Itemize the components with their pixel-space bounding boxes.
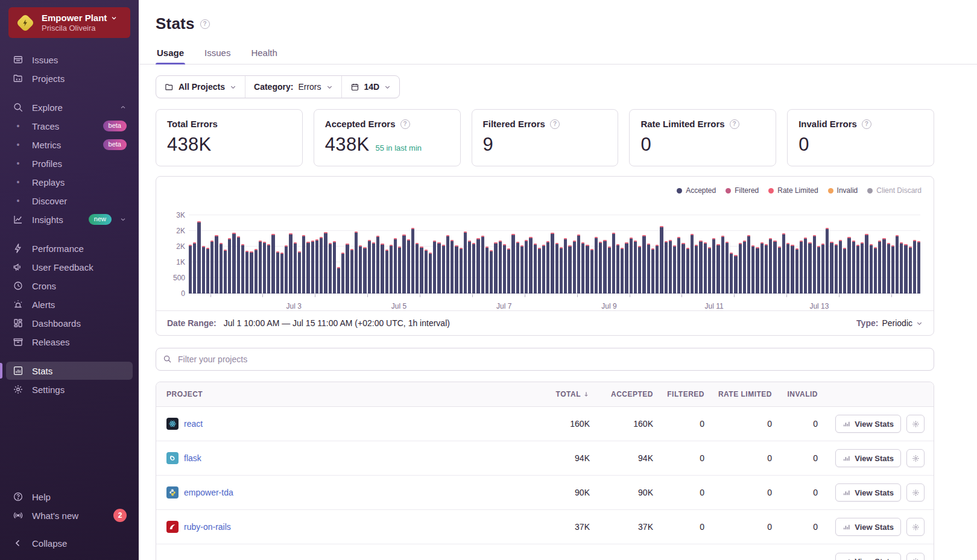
view-stats-button[interactable]: View Stats bbox=[835, 518, 901, 536]
sidebar-item-releases[interactable]: Releases bbox=[6, 333, 133, 351]
org-switcher[interactable]: Empower Plant Priscila Oliveira bbox=[8, 7, 130, 38]
bullet-icon: • bbox=[12, 196, 24, 206]
chart-type-dropdown[interactable]: Type: Periodic bbox=[856, 318, 923, 328]
sidebar-item-user-feedback[interactable]: User Feedback bbox=[6, 258, 133, 276]
view-stats-label: View Stats bbox=[855, 523, 894, 532]
chart-bar bbox=[442, 245, 445, 294]
project-link[interactable]: ruby-on-rails bbox=[184, 522, 231, 532]
column-header-total[interactable]: TOTAL bbox=[499, 382, 590, 406]
sidebar-item-insights[interactable]: Insightsnew bbox=[6, 210, 133, 228]
project-settings-button[interactable] bbox=[906, 449, 925, 467]
legend-dot-icon bbox=[726, 188, 731, 193]
project-settings-button[interactable] bbox=[906, 483, 925, 502]
sidebar-item-performance[interactable]: Performance bbox=[6, 239, 133, 257]
chart-bar bbox=[420, 247, 423, 294]
bullet-icon: • bbox=[12, 140, 24, 149]
project-filter-dropdown[interactable]: All Projects bbox=[156, 76, 245, 98]
usage-chart-panel: AcceptedFilteredRate LimitedInvalidClien… bbox=[156, 176, 934, 336]
column-header-accepted[interactable]: ACCEPTED bbox=[590, 382, 653, 406]
view-stats-button[interactable]: View Stats bbox=[835, 553, 901, 560]
chart-bar bbox=[525, 240, 528, 294]
crons-icon bbox=[12, 280, 24, 291]
project-search-input[interactable] bbox=[156, 348, 934, 371]
column-header-rate-limited[interactable]: RATE LIMITED bbox=[704, 382, 772, 406]
help-icon[interactable]: ? bbox=[550, 119, 560, 129]
sidebar-item-discover[interactable]: •Discover bbox=[6, 192, 133, 210]
issues-icon bbox=[12, 54, 24, 65]
legend-item-client-discard[interactable]: Client Discard bbox=[867, 186, 922, 195]
column-header-project[interactable]: PROJECT bbox=[156, 382, 499, 406]
stat-card-accepted-errors: Accepted Errors?438K55 in last min bbox=[314, 109, 461, 166]
chart-bar bbox=[716, 244, 719, 294]
legend-item-accepted[interactable]: Accepted bbox=[677, 186, 716, 195]
chart-bar bbox=[285, 245, 288, 294]
tab-issues[interactable]: Issues bbox=[203, 43, 232, 64]
legend-dot-icon bbox=[677, 188, 682, 193]
legend-item-filtered[interactable]: Filtered bbox=[726, 186, 759, 195]
sidebar-item-replays[interactable]: •Replays bbox=[6, 173, 133, 191]
chart-bar bbox=[425, 250, 428, 294]
project-settings-button[interactable] bbox=[906, 415, 925, 433]
chart-bar bbox=[267, 244, 270, 294]
project-settings-button[interactable] bbox=[906, 518, 925, 536]
feedback-icon bbox=[12, 262, 24, 272]
sidebar-item-alerts[interactable]: Alerts bbox=[6, 295, 133, 313]
sidebar-item-stats[interactable]: Stats bbox=[6, 362, 133, 380]
sidebar-item-crons[interactable]: Crons bbox=[6, 277, 133, 295]
cell-accepted: 94K bbox=[590, 453, 653, 463]
sidebar-item-label: Traces bbox=[32, 121, 59, 131]
help-icon[interactable]: ? bbox=[862, 119, 871, 129]
project-link[interactable]: react bbox=[184, 419, 203, 429]
help-icon[interactable]: ? bbox=[730, 119, 739, 129]
cell-rate-limited: 0 bbox=[704, 488, 772, 497]
x-axis-tick bbox=[262, 294, 263, 297]
chart-bar bbox=[625, 242, 628, 294]
collapse-sidebar-button[interactable]: Collapse bbox=[6, 534, 133, 552]
sidebar-item-issues[interactable]: Issues bbox=[6, 51, 133, 69]
legend-item-invalid[interactable]: Invalid bbox=[828, 186, 858, 195]
sidebar-item-traces[interactable]: •Tracesbeta bbox=[6, 117, 133, 135]
date-range-text: Jul 1 10:00 AM — Jul 15 11:00 AM (+02:00… bbox=[224, 318, 450, 328]
sidebar-item-dashboards[interactable]: Dashboards bbox=[6, 314, 133, 332]
project-link[interactable]: flask bbox=[184, 453, 201, 463]
table-body: react160K160K000View Statsflask94K94K000… bbox=[156, 407, 934, 560]
chart-bar bbox=[232, 233, 235, 294]
tab-usage[interactable]: Usage bbox=[156, 43, 185, 64]
chart-bar bbox=[603, 240, 606, 294]
sidebar-item-help[interactable]: Help bbox=[6, 488, 133, 506]
x-axis-tick bbox=[367, 294, 368, 297]
sidebar-item-metrics[interactable]: •Metricsbeta bbox=[6, 136, 133, 154]
date-range-dropdown[interactable]: 14D bbox=[341, 76, 400, 98]
stat-card-title: Filtered Errors? bbox=[483, 119, 607, 129]
chart-bar bbox=[861, 242, 864, 294]
column-header-filtered[interactable]: FILTERED bbox=[653, 382, 704, 406]
chart-bar bbox=[751, 245, 754, 294]
view-stats-button[interactable]: View Stats bbox=[835, 415, 901, 433]
sidebar-item-what-s-new[interactable]: What's new2 bbox=[6, 506, 133, 524]
help-icon[interactable]: ? bbox=[400, 119, 410, 129]
sidebar-item-settings[interactable]: Settings bbox=[6, 380, 133, 398]
broadcast-icon bbox=[12, 510, 24, 521]
view-stats-label: View Stats bbox=[855, 420, 894, 429]
view-stats-button[interactable]: View Stats bbox=[835, 449, 901, 467]
sidebar-item-explore[interactable]: Explore bbox=[6, 98, 133, 116]
sidebar-item-label: Settings bbox=[32, 385, 65, 395]
view-stats-button[interactable]: View Stats bbox=[835, 483, 901, 502]
stat-card-title-text: Rate Limited Errors bbox=[640, 119, 724, 129]
category-filter-dropdown[interactable]: Category: Errors bbox=[245, 76, 341, 98]
tab-health[interactable]: Health bbox=[250, 43, 278, 64]
chart-bar bbox=[485, 247, 488, 294]
bullet-icon: • bbox=[12, 159, 24, 168]
page-help-icon[interactable]: ? bbox=[200, 19, 210, 29]
chart-bar bbox=[306, 242, 309, 294]
legend-dot-icon bbox=[768, 188, 774, 193]
project-link[interactable]: empower-tda bbox=[184, 488, 233, 497]
sidebar-item-profiles[interactable]: •Profiles bbox=[6, 154, 133, 172]
chart-bar bbox=[800, 241, 803, 294]
project-settings-button[interactable] bbox=[906, 553, 925, 560]
column-header-invalid[interactable]: INVALID bbox=[772, 382, 818, 406]
chart-bar bbox=[472, 243, 475, 294]
sidebar-item-projects[interactable]: Projects bbox=[6, 69, 133, 87]
legend-item-rate-limited[interactable]: Rate Limited bbox=[768, 186, 818, 195]
chart-bar bbox=[381, 244, 384, 294]
